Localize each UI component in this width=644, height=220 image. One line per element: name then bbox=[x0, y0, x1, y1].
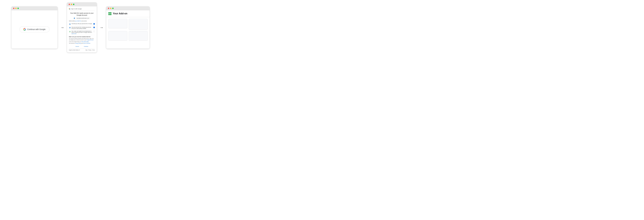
terms-of-service-link[interactable]: Terms of Service bbox=[83, 43, 90, 44]
dot-green-3 bbox=[112, 8, 114, 9]
permission-3-icon-glyph: ▦ bbox=[70, 31, 70, 32]
trust-section: Make sure you trust the installed Add-On… bbox=[69, 36, 95, 44]
learn-more-link[interactable]: Learn more bbox=[72, 33, 76, 34]
footer-terms-link[interactable]: Terms bbox=[92, 50, 95, 51]
auth-email-address: user@schoolDomain.com bbox=[76, 17, 90, 19]
permission-3-checkbox[interactable] bbox=[94, 31, 95, 32]
dot-yellow-3 bbox=[110, 8, 112, 9]
dot-green-1 bbox=[18, 8, 19, 9]
dot-green-2 bbox=[73, 4, 74, 5]
trust-text-1: You may be sharing sensitive info with t… bbox=[69, 38, 95, 41]
addon-card-1 bbox=[108, 19, 127, 28]
trust-title: Make sure you trust the installed Add-On… bbox=[69, 36, 95, 37]
footer-help-link[interactable]: Help bbox=[86, 50, 88, 51]
auth-continue-button[interactable]: Continue bbox=[82, 45, 90, 48]
auth-dialog-header: Sign in with Google bbox=[69, 8, 95, 11]
auth-dialog: Sign in with Google Your Add-On! wants a… bbox=[67, 6, 97, 52]
titlebar-1 bbox=[12, 7, 58, 10]
permission-1: 👤 Associate you with your personal info … bbox=[69, 22, 95, 26]
auth-subtitle: Select what your Add-On can access bbox=[69, 20, 95, 22]
permission-1-text: Associate you with your personal info on… bbox=[72, 23, 93, 24]
auth-email-container: 👤 user@schoolDomain.com bbox=[69, 17, 95, 19]
auth-dialog-title: Your Add-On! wants access to your Google… bbox=[69, 12, 95, 16]
addon-icon-cell-2 bbox=[110, 12, 112, 14]
browser-content-2: Sign in with Google Your Add-On! wants a… bbox=[67, 6, 97, 52]
addon-logo-icon bbox=[108, 12, 112, 15]
cancel-button[interactable]: Cancel bbox=[74, 45, 81, 48]
titlebar-2 bbox=[67, 3, 97, 6]
dot-red-1 bbox=[13, 8, 14, 9]
addon-card-4 bbox=[129, 31, 148, 41]
auth-subtitle-pre: Select what bbox=[69, 20, 75, 22]
titlebar-3 bbox=[106, 7, 150, 10]
addon-header: Your Add-on bbox=[106, 10, 150, 17]
permission-2-checkbox[interactable] bbox=[94, 27, 95, 28]
continue-button-label: Continue with Google bbox=[27, 28, 46, 30]
google-logo-icon bbox=[24, 28, 26, 31]
permission-1-checkbox[interactable] bbox=[94, 23, 95, 25]
browser-content-1: Continue with Google bbox=[12, 10, 58, 48]
auth-subtitle-post: can access bbox=[81, 20, 87, 22]
footer-privacy-link[interactable]: Privacy bbox=[88, 50, 92, 51]
browser-window-2: Sign in with Google Your Add-On! wants a… bbox=[67, 3, 97, 53]
browser-window-3: Your Add-on bbox=[106, 7, 150, 49]
permission-2: 👤 See your personal info, including any … bbox=[69, 26, 95, 30]
addon-icon-cell-4 bbox=[110, 14, 112, 15]
addon-icon-cell-3 bbox=[108, 14, 110, 15]
footer-links: Help Privacy Terms bbox=[86, 50, 95, 51]
permission-3-icon: ▦ bbox=[69, 31, 71, 33]
share-data-link[interactable]: share data safely bbox=[81, 41, 88, 42]
auth-subtitle-link[interactable]: your Add-On bbox=[75, 20, 81, 22]
permission-2-icon-glyph: 👤 bbox=[69, 27, 70, 28]
arrow-1: → bbox=[58, 25, 67, 30]
permission-1-icon-glyph: 👤 bbox=[69, 24, 70, 25]
trust-text-2: Learn how Google helps you share data sa… bbox=[69, 41, 95, 42]
dot-yellow-2 bbox=[71, 4, 72, 5]
footer-language[interactable]: English (United States) ▼ bbox=[69, 50, 84, 51]
addon-card-3 bbox=[108, 31, 127, 41]
permission-3: ▦ See, create, and update its own attach… bbox=[69, 30, 95, 35]
auth-header-text: Sign in with Google bbox=[71, 8, 82, 10]
dot-yellow-1 bbox=[15, 8, 16, 9]
permission-2-icon: 👤 bbox=[69, 27, 71, 29]
permission-2-text: See your personal info, including any pe… bbox=[72, 27, 93, 29]
google-small-icon bbox=[69, 8, 70, 10]
arrow-2: → bbox=[97, 25, 106, 30]
addon-content-area bbox=[106, 17, 150, 42]
continue-with-google-button[interactable]: Continue with Google bbox=[20, 26, 50, 32]
browser-window-1: Continue with Google bbox=[11, 7, 58, 49]
browser-content-3: Your Add-on bbox=[106, 10, 150, 48]
addon-title: Your Add-on bbox=[113, 12, 127, 15]
trust-text-3: See Kahoot!'s Privacy Policy and Terms o… bbox=[69, 43, 95, 44]
privacy-policy-link[interactable]: Privacy Policy bbox=[75, 43, 81, 44]
addon-icon-cell-1 bbox=[108, 12, 110, 14]
auth-footer: English (United States) ▼ Help Privacy T… bbox=[69, 49, 95, 51]
permission-1-icon: 👤 bbox=[69, 23, 71, 25]
auth-action-buttons: Cancel Continue bbox=[69, 45, 95, 48]
dot-red-2 bbox=[69, 4, 70, 5]
google-account-link[interactable]: Google Account bbox=[87, 39, 93, 40]
dot-red-3 bbox=[108, 8, 109, 9]
permission-3-text: See, create, and update its own attachme… bbox=[72, 31, 93, 34]
addon-card-2 bbox=[129, 19, 148, 30]
